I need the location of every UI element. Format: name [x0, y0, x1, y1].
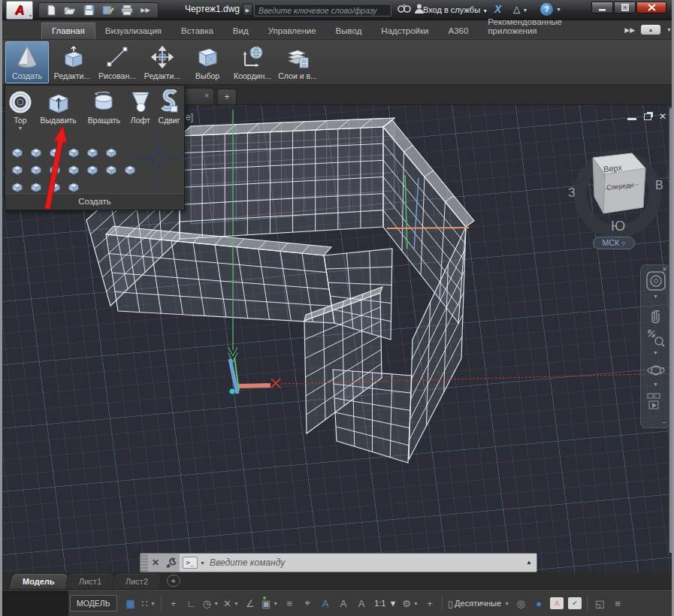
annotation-scale-button[interactable]: 1:1▼ — [370, 599, 400, 608]
chevron-down-icon[interactable]: ▼ — [150, 601, 156, 606]
wheel-dropdown-icon[interactable]: ▼ — [653, 294, 658, 299]
ribbon-button-5[interactable]: Координ... — [231, 41, 274, 83]
annotation-scale-icon-toggle[interactable]: А — [352, 594, 370, 612]
ribbon-button-6[interactable]: Слои и в... — [276, 41, 319, 83]
flyout-tool-icon[interactable] — [47, 146, 62, 159]
graphics-performance-toggle[interactable]: ⚠ — [548, 594, 566, 612]
flyout-tool-icon[interactable] — [104, 146, 119, 159]
flyout-tool-icon[interactable] — [10, 163, 25, 177]
save-icon[interactable] — [83, 5, 95, 16]
new-file-icon[interactable] — [45, 5, 58, 16]
flyout-tool-icon[interactable] — [47, 163, 62, 177]
navbar-collapse-icon[interactable]: − — [662, 418, 666, 427]
isodraft-toggle[interactable]: ✕▼ — [221, 594, 241, 612]
chevron-down-icon[interactable]: ▼ — [413, 601, 419, 606]
layout-tab-1[interactable]: Лист1 — [65, 574, 113, 589]
customization-menu-toggle[interactable]: ≡ — [609, 594, 627, 612]
flyout-item-4[interactable]: Сдвиг — [154, 86, 184, 143]
flyout-tool-icon[interactable] — [29, 146, 44, 159]
ribbon-overflow-icon[interactable]: ▶▶ — [624, 26, 635, 34]
viewcube-east[interactable]: В — [655, 179, 663, 192]
flyout-tool-icon[interactable] — [29, 163, 44, 177]
ortho-mode-toggle[interactable]: ∟ — [183, 594, 201, 612]
orbit-icon[interactable] — [646, 360, 666, 379]
annotation-autoscale-toggle[interactable]: А — [334, 594, 352, 612]
new-layout-button[interactable]: + — [167, 575, 180, 587]
steering-wheel-icon[interactable] — [646, 271, 666, 291]
ribbon-tab-7[interactable]: A360 — [438, 23, 478, 39]
help-search-input[interactable]: Введите ключевое слово/фразу — [254, 4, 391, 17]
flyout-tool-icon[interactable] — [66, 146, 81, 159]
units-button[interactable]: ▯Десятичные▼ — [446, 594, 512, 612]
command-dropdown-icon[interactable]: ▼ — [200, 560, 205, 566]
command-expand-icon[interactable]: ▲ — [526, 559, 532, 566]
layout-tab-2[interactable]: Лист2 — [112, 574, 160, 589]
lineweight-toggle[interactable]: ≡ — [280, 594, 298, 612]
qat-overflow-icon[interactable]: ▶▶ — [139, 5, 152, 16]
exchange-apps-icon[interactable]: X — [494, 3, 501, 15]
flyout-tool-icon[interactable] — [47, 180, 62, 194]
ribbon-tab-5[interactable]: Вывод — [326, 23, 372, 39]
close-tab-icon[interactable]: × — [204, 92, 209, 100]
object-snap-tracking-toggle[interactable]: ∠ — [241, 594, 259, 612]
chevron-down-icon[interactable]: ▼ — [273, 601, 278, 606]
flyout-tool-icon[interactable] — [10, 146, 25, 159]
a360-icon[interactable]: △ ▼ — [513, 4, 528, 14]
isolate-objects-toggle[interactable]: ◎ — [512, 594, 530, 612]
command-dock-grip[interactable] — [141, 554, 148, 572]
flyout-tool-icon[interactable] — [10, 180, 25, 194]
polar-tracking-toggle[interactable]: ◷▼ — [201, 594, 221, 612]
snap-mode-toggle[interactable]: ∷▼ — [140, 594, 158, 612]
open-file-icon[interactable] — [64, 5, 77, 16]
drawing-file-tab[interactable]: × — [181, 88, 214, 105]
help-dropdown-icon[interactable]: ▼ — [556, 7, 561, 12]
flyout-item-3[interactable]: Лофт — [126, 86, 154, 143]
command-close-icon[interactable]: ✕ — [148, 554, 163, 572]
ribbon-tab-8[interactable]: Рекомендованные приложения — [478, 14, 620, 39]
model-space-button[interactable]: МОДЕЛЬ — [70, 595, 117, 611]
grid-display-toggle[interactable]: ▦ — [122, 594, 140, 612]
chevron-down-icon[interactable]: ▼ — [388, 599, 397, 608]
print-icon[interactable] — [120, 5, 133, 16]
annotation-visibility-toggle[interactable]: А — [316, 594, 334, 612]
ribbon-button-0[interactable]: Создать — [5, 41, 49, 83]
maximize-button[interactable] — [614, 2, 636, 14]
dynamic-input-toggle[interactable]: ⌖ — [298, 594, 316, 612]
workspace-switching-toggle[interactable]: ⚙▼ — [400, 594, 421, 612]
new-drawing-tab-button[interactable]: + — [217, 89, 237, 105]
command-input[interactable]: >_ ▼ Введите команду ▲ — [180, 554, 536, 572]
clean-screen-toggle[interactable]: ● — [530, 594, 548, 612]
flyout-tool-icon[interactable] — [85, 163, 100, 177]
ribbon-tab-0[interactable]: Главная — [41, 23, 95, 39]
wcs-dropdown[interactable]: МСК ▽ — [593, 237, 635, 249]
minimize-ribbon-dropdown-icon[interactable]: ▼ — [666, 27, 672, 32]
ribbon-tab-2[interactable]: Вставка — [171, 23, 223, 39]
ribbon-tab-6[interactable]: Надстройки — [371, 23, 438, 39]
flyout-panel-title[interactable]: Создать — [5, 193, 184, 210]
orbit-dropdown-icon[interactable]: ▼ — [653, 382, 658, 387]
flyout-item-2[interactable]: Вращать — [82, 86, 127, 143]
flyout-item-0[interactable]: Тор▼ — [5, 86, 35, 143]
command-customize-icon[interactable] — [163, 554, 180, 572]
chevron-down-icon[interactable]: ▼ — [213, 601, 219, 606]
flyout-tool-icon[interactable] — [122, 163, 138, 177]
app-menu-button[interactable]: A ▾ — [6, 1, 33, 20]
flyout-tool-icon[interactable] — [85, 146, 100, 159]
close-button[interactable] — [636, 2, 666, 14]
zoom-dropdown-icon[interactable]: ▼ — [653, 350, 658, 355]
flyout-tool-icon[interactable] — [66, 180, 81, 194]
autosave-status-toggle[interactable]: ✔ — [566, 594, 584, 612]
showmotion-icon[interactable] — [646, 391, 666, 411]
ribbon-tab-4[interactable]: Управление — [258, 23, 326, 39]
flyout-tool-icon[interactable] — [104, 163, 119, 177]
fullscreen-toggle[interactable]: ◱ — [591, 594, 609, 612]
chevron-down-icon[interactable]: ▼ — [234, 601, 239, 606]
viewcube-south[interactable]: Ю — [611, 218, 625, 234]
pan-hand-icon[interactable] — [646, 304, 666, 324]
layout-tab-0[interactable]: Модель — [10, 574, 68, 589]
ribbon-button-1[interactable]: Редакти... — [50, 41, 94, 83]
flyout-tool-icon[interactable] — [66, 163, 81, 177]
ribbon-tab-3[interactable]: Вид — [223, 23, 258, 39]
minimize-button[interactable] — [591, 2, 613, 14]
viewcube-west[interactable]: З — [568, 186, 576, 200]
